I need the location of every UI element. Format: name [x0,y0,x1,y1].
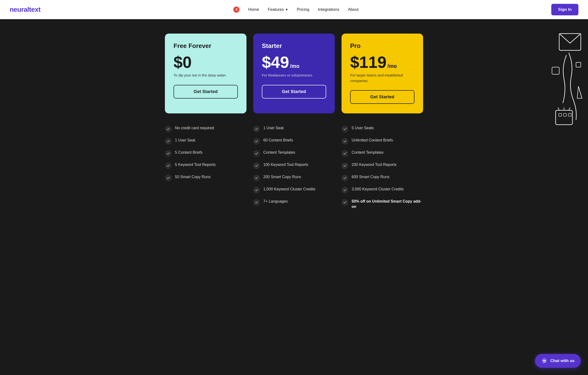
features-dropdown[interactable]: Features ▼ [268,7,288,12]
pro-get-started-button[interactable]: Get Started [350,90,414,104]
starter-features-column: 1 User Seat 60 Content Briefs Content Te… [253,125,335,215]
logo-purple: text [29,6,41,13]
list-item: Unlimited Content Briefs [342,138,423,145]
feature-label: 5 Keyword Tool Reports [175,162,216,167]
check-icon [342,126,348,132]
pro-plan-price: $119 /mo [350,54,414,70]
sidebar-item-integrations[interactable]: Integrations [318,7,339,12]
check-icon [342,174,348,181]
sidebar-item-pricing[interactable]: Pricing [297,7,309,12]
free-plan-card: Free Forever $0 To dip your toe in the d… [165,34,246,113]
list-item: 100 Keyword Tool Reports [253,162,335,169]
feature-label: 3,000 Keyword Cluster Credits [352,187,404,192]
check-icon [342,138,348,145]
free-plan-description: To dip your toe in the deep water. [174,73,238,78]
svg-line-9 [569,107,570,110]
svg-rect-3 [556,110,572,125]
check-icon [342,187,348,193]
free-plan-price: $0 [174,54,238,70]
list-item: No credit card required [165,125,246,132]
check-icon [253,162,260,169]
feature-label: 200 Keyword Tool Reports [352,162,397,167]
chevron-down-icon: ▼ [285,8,288,11]
check-icon [342,162,348,169]
check-icon [342,150,348,157]
pro-price-amount: $119 [350,54,386,70]
svg-line-10 [578,86,582,98]
list-item: 1 User Seat [253,125,335,132]
starter-plan-card: Starter $49 /mo For freelancers or solop… [253,34,335,113]
feature-label: 60 Content Briefs [263,138,293,143]
free-plan-title: Free Forever [174,42,238,50]
pro-features-column: 5 User Seats Unlimited Content Briefs Co… [342,125,423,215]
feature-label: Unlimited Content Briefs [352,138,393,143]
navbar: neuraltext 3 Home Features ▼ Pricing Int… [0,0,588,19]
feature-label: 5 User Seats [352,125,374,131]
free-features-column: No credit card required 1 User Seat 5 Co… [165,125,246,215]
feature-label: No credit card required [175,125,214,131]
list-item: 600 Smart Copy Runs [342,174,423,181]
pro-price-period: /mo [387,63,397,69]
sidebar-item-features[interactable]: Features ▼ [268,7,288,12]
nav-badge-item: 3 [233,7,240,13]
free-get-started-button[interactable]: Get Started [174,85,238,99]
home-link[interactable]: Home [248,7,259,12]
svg-rect-4 [559,113,562,116]
feature-label: 1,000 Keyword Cluster Credits [263,187,315,192]
starter-price-amount: $49 [262,54,289,70]
pro-plan-description: For larger teams and established compani… [350,73,414,83]
starter-get-started-button[interactable]: Get Started [262,85,326,99]
feature-label: Content Templates [352,150,384,155]
svg-point-16 [545,360,546,361]
pricing-link[interactable]: Pricing [297,7,309,12]
logo[interactable]: neuraltext [10,6,41,13]
check-icon [253,187,260,193]
svg-rect-6 [568,113,571,116]
feature-label: 200 Smart Copy Runs [263,174,301,180]
svg-rect-2 [576,62,581,67]
feature-label: 7+ Languages [263,199,288,204]
svg-line-11 [577,86,578,98]
svg-line-7 [558,107,559,110]
free-price-amount: $0 [174,54,192,70]
chat-widget-label: Chat with us [550,358,575,363]
list-item: 5 Keyword Tool Reports [165,162,246,169]
check-icon [165,150,172,157]
check-icon [253,138,260,145]
decorative-illustration [545,29,588,130]
svg-rect-5 [564,113,567,116]
list-item: 5 Content Briefs [165,150,246,157]
sign-in-button[interactable]: Sign In [551,4,578,15]
features-link[interactable]: Features [268,7,284,12]
pro-plan-title: Pro [350,42,414,50]
check-icon [253,199,260,206]
nav-links: 3 Home Features ▼ Pricing Integrations A… [233,7,358,13]
check-icon [165,162,172,169]
main-content: Free Forever $0 To dip your toe in the d… [0,19,588,375]
notification-badge: 3 [233,7,240,13]
feature-label: Content Templates [263,150,295,155]
features-grid: No credit card required 1 User Seat 5 Co… [162,125,426,215]
feature-label: 5 Content Briefs [175,150,203,155]
logo-black: neural [10,6,29,13]
list-item: Content Templates [253,150,335,157]
check-icon [253,126,260,132]
list-item: 3,000 Keyword Cluster Credits [342,187,423,193]
list-item: 7+ Languages [253,199,335,206]
sidebar-item-about[interactable]: About [348,7,358,12]
feature-label: 50 Smart Copy Runs [175,174,211,180]
check-icon [253,174,260,181]
chat-widget[interactable]: Chat with us [535,354,581,368]
svg-point-14 [543,360,544,361]
list-item: 50 Smart Copy Runs [165,174,246,181]
pro-plan-card: Pro $119 /mo For larger teams and establ… [342,34,423,113]
sidebar-item-home[interactable]: Home [248,7,259,12]
svg-rect-0 [559,34,581,50]
about-link[interactable]: About [348,7,358,12]
list-item: 5 User Seats [342,125,423,132]
integrations-link[interactable]: Integrations [318,7,339,12]
check-icon [342,199,348,206]
check-icon [165,126,172,132]
check-icon [253,150,260,157]
list-item: 200 Smart Copy Runs [253,174,335,181]
